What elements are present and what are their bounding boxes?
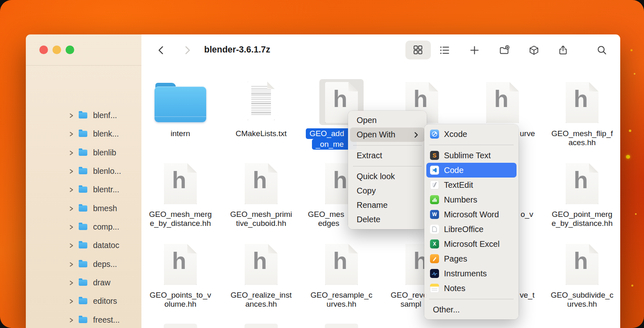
file-label-subdivide-curves[interactable]: GEO_subdivide_c urves.hh [541,291,620,309]
menu-item-open-with[interactable]: Open With [350,128,425,142]
sidebar-item-label: draw [93,278,110,287]
file-icon-points-to-volume[interactable]: h [164,244,197,285]
menu-item-rename[interactable]: Rename [348,198,427,212]
file-label-fragment[interactable]: o_v [521,210,533,219]
sidebar-item-blentr[interactable]: blentr... [26,180,141,199]
share-button[interactable] [558,45,569,56]
list-view-button[interactable] [439,45,450,56]
file-label-cmakelists[interactable]: CMakeLists.txt [220,129,302,138]
file-icon-header[interactable]: h [486,82,519,123]
package-button[interactable] [528,45,539,56]
chevron-right-icon[interactable] [68,317,74,323]
minimize-button[interactable] [52,46,61,54]
chevron-right-icon[interactable] [68,206,74,212]
chevron-right-icon[interactable] [68,113,74,118]
sidebar-item-label: editors [93,296,117,306]
file-label-point-merge[interactable]: GEO_point_merg e_by_distance.hh [541,210,620,228]
submenu-item-numbers[interactable]: Numbers [424,192,519,207]
file-label-mesh-primitive[interactable]: GEO_mesh_primi tive_cuboid.hh [220,210,302,228]
chevron-right-icon[interactable] [68,262,74,267]
back-button[interactable] [156,45,167,56]
submenu-item-label: LibreOffice [444,225,483,234]
file-label-intern[interactable]: intern [139,129,221,138]
file-label-resample-curves[interactable]: GEO_resample_c urves.hh [300,291,382,309]
chevron-right-icon[interactable] [68,131,74,137]
submenu-item-sublime-text[interactable]: S Sublime Text [424,148,519,163]
wallpaper-speck [634,73,635,75]
file-label-realize-instances[interactable]: GEO_realize_inst ances.hh [220,291,302,309]
submenu-item-code[interactable]: Code [426,163,517,178]
sidebar-item-bmesh[interactable]: bmesh [26,199,141,218]
submenu-item-label: Instruments [444,269,487,278]
submenu-item-microsoft-word[interactable]: W Microsoft Word [424,207,519,222]
submenu-item-pages[interactable]: Pages [424,251,519,266]
menu-item-open[interactable]: Open [348,113,427,128]
sidebar-item-label: blenlib [93,148,116,157]
file-icon-mesh-flip[interactable]: h [566,82,598,123]
sidebar-item-comp[interactable]: comp... [26,218,141,236]
file-label-fragment[interactable]: GEO_mes [308,210,344,219]
file-label-fragment[interactable]: sampl [401,300,421,309]
chevron-right-icon[interactable] [68,243,74,248]
search-button[interactable] [596,45,608,56]
submenu-item-xcode[interactable]: Xcode [424,127,519,141]
chevron-right-icon[interactable] [68,169,74,174]
file-icon-resample-curves[interactable]: h [325,244,358,285]
file-icon-subdivide-curves[interactable]: h [566,244,598,285]
chevron-right-icon[interactable] [68,298,74,304]
vscode-icon [430,166,439,175]
menu-item-copy[interactable]: Copy [348,184,427,198]
chevron-right-icon[interactable] [68,150,74,156]
menu-item-extract[interactable]: Extract [348,148,427,163]
zoom-button[interactable] [66,46,74,54]
submenu-item-notes[interactable]: Notes [424,281,519,296]
file-label-fragment[interactable]: urve [520,129,535,138]
sidebar-item-deps[interactable]: deps... [26,255,141,273]
chevron-right-icon[interactable] [68,187,74,193]
folder-icon-intern[interactable] [155,83,206,122]
folder-icon [79,298,87,304]
grid-view-button[interactable] [405,41,431,59]
file-icon-realize-instances[interactable]: h [245,244,278,285]
sidebar-item-freest[interactable]: freest... [26,311,141,328]
submenu-item-other[interactable]: Other... [424,302,519,317]
new-folder-button[interactable] [499,45,510,56]
submenu-chevron-icon [414,132,418,138]
file-label-mesh-flip[interactable]: GEO_mesh_flip_f aces.hh [541,129,620,147]
sidebar-item-blenlo[interactable]: blenlo... [26,162,141,180]
sidebar-item-blenf[interactable]: blenf... [26,106,141,125]
wallpaper-speck [629,130,631,132]
folder-icon [79,280,87,286]
sidebar-item-editors[interactable]: editors [26,292,141,310]
chevron-right-icon[interactable] [68,280,74,286]
add-button[interactable] [469,45,480,56]
file-icon-point-merge[interactable]: h [566,163,598,204]
menu-item-label: Extract [357,151,382,160]
forward-button[interactable] [182,45,193,56]
label-line1: GEO_resample_c [300,291,382,300]
sidebar-item-blenlib[interactable]: blenlib [26,144,141,162]
file-label-fragment[interactable]: edges [318,219,339,228]
sidebar-item-draw[interactable]: draw [26,273,141,292]
file-label-points-to-volume[interactable]: GEO_points_to_v olume.hh [139,291,221,309]
file-label-fragment[interactable]: ve_t [520,291,535,300]
submenu-item-libreoffice[interactable]: LibreOffice [424,222,519,237]
file-icon-cmakelists[interactable] [248,82,275,120]
file-icon-mesh-primitive[interactable]: h [245,163,278,204]
submenu-item-microsoft-excel[interactable]: X Microsoft Excel [424,237,519,251]
chevron-right-icon[interactable] [68,224,74,230]
menu-item-label: Rename [357,200,388,210]
file-label-fragment[interactable]: GEO_reve [391,291,428,300]
menu-separator [424,141,519,148]
sidebar-item-blenk[interactable]: blenk... [26,125,141,143]
sidebar-item-datatoc[interactable]: datatoc [26,236,141,255]
sidebar-item-label: blenlo... [93,166,121,176]
menu-item-quick-look[interactable]: Quick look [348,169,427,184]
submenu-item-textedit[interactable]: TextEdit [424,178,519,192]
close-button[interactable] [39,46,48,54]
file-label-mesh-merge[interactable]: GEO_mesh_merg e_by_distance.hh [139,210,221,228]
menu-item-delete[interactable]: Delete [348,212,427,227]
file-icon-mesh-merge[interactable]: h [164,163,197,204]
sidebar-item-label: comp... [93,222,119,232]
submenu-item-instruments[interactable]: Instruments [424,266,519,281]
